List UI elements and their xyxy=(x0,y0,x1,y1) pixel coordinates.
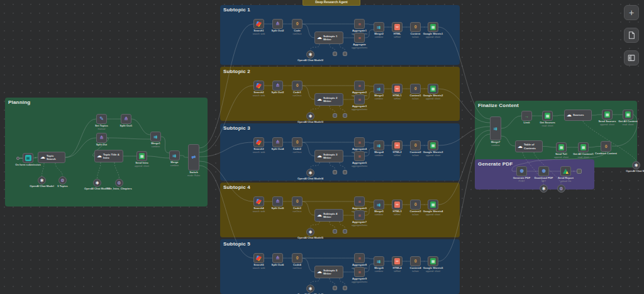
node-st1_agg2[interactable]: ≡AggregateaggregateItems xyxy=(354,33,365,43)
node-st4_t2[interactable] xyxy=(343,229,347,234)
node-g_stub[interactable] xyxy=(577,169,582,174)
node-st1_merge[interactable]: ⇉Merge2combine xyxy=(374,22,384,32)
node-st2_sheets[interactable]: ▦Google Sheets2append: sheet xyxy=(428,84,438,94)
node-st4_agg1[interactable]: ≡Aggregate6aggregateItems xyxy=(354,196,365,206)
node-p_form[interactable]: ▤On form submission xyxy=(23,153,33,163)
node-st3_writer[interactable]: ☁Subtopic 3 Writer xyxy=(314,150,343,162)
node-p_agent2[interactable]: ☁Topic Title & Intro xyxy=(94,150,123,162)
node-st4_so[interactable]: ⋔Split Out5 xyxy=(272,196,283,206)
node-st2_writer[interactable]: ☁Subtopic 2 Writer xyxy=(314,93,343,106)
node-st2_html[interactable]: <>HTML1toHtml xyxy=(392,84,402,94)
node-st1_so[interactable]: ⋔Split Out2 xyxy=(272,19,283,29)
node-p_si[interactable]: ▦Send Introappend: sheet xyxy=(136,151,147,161)
node-p_so[interactable]: ⋔Split Out xyxy=(96,133,107,143)
node-st2_so[interactable]: ⋔Split Out3 xyxy=(272,81,283,91)
node-st2_agg2[interactable]: ≡Aggregate3aggregateItems xyxy=(354,94,365,105)
node-p_c2[interactable]: ⚙5 Topics xyxy=(58,176,67,184)
node-st2_content[interactable]: {}Content1toJson xyxy=(410,84,421,94)
node-st4_model[interactable]: ∗OpenAI Chat Model5 xyxy=(306,228,314,236)
node-st3_so[interactable]: ⋔Split Out4 xyxy=(272,137,283,147)
node-st3_agg1[interactable]: ≡Aggregate4aggregateItems xyxy=(354,137,365,147)
node-st3_content[interactable]: {}Content2toJson xyxy=(410,140,421,150)
node-st3_merge[interactable]: ⇉Merge4combine xyxy=(374,140,384,150)
node-f_merge[interactable]: ⇉Merge7combine xyxy=(490,116,501,140)
node-st5_html[interactable]: <>HTML4toHtml xyxy=(392,256,402,266)
node-p_c3[interactable]: ∗OpenAI Chat Model1 xyxy=(93,179,101,187)
node-st4_search[interactable]: Search4search: web xyxy=(253,196,264,206)
node-st1_writer[interactable]: ☁Subtopic 1 Writer xyxy=(314,31,343,44)
node-st5_agg2[interactable]: ≡Aggregate9aggregateItems xyxy=(354,267,365,277)
node-p_so1[interactable]: ⋔Split Out1 xyxy=(121,114,131,124)
node-f_gs[interactable]: ▦Get Sourcesread: sheet xyxy=(542,111,553,121)
node-st4_html[interactable]: <>HTML3toHtml xyxy=(392,200,402,210)
node-st4_writer[interactable]: ☁Subtopic 4 Writer xyxy=(314,209,343,222)
node-f_toc[interactable]: ☁Table of Contents xyxy=(515,140,543,152)
node-st2_t1[interactable] xyxy=(333,113,337,118)
node-st3_html[interactable]: <>HTML2toHtml xyxy=(392,140,402,150)
node-st5_code[interactable]: {}Code4runOnce xyxy=(292,253,303,263)
node-st5_agg1[interactable]: ≡Aggregate8aggregateItems xyxy=(354,253,365,263)
node-st5_t1[interactable] xyxy=(333,286,337,290)
node-f_c1[interactable]: ∗ xyxy=(540,184,548,193)
node-st3_code[interactable]: {}Code2runOnce xyxy=(292,137,303,147)
node-st1_model[interactable]: ∗OpenAI Chat Model2 xyxy=(306,50,314,59)
node-f_c2[interactable]: ⚙ xyxy=(557,184,565,193)
node-p_dot[interactable] xyxy=(16,157,19,160)
add-node-button[interactable]: + xyxy=(624,5,639,20)
node-st5_search[interactable]: Search5search: web xyxy=(253,253,264,263)
add-sticky-note-button[interactable] xyxy=(624,28,639,43)
node-st1_agg1[interactable]: ≡Aggregate1aggregateItems xyxy=(354,19,365,29)
node-f_c3[interactable]: ∗OpenAI Chat Mo xyxy=(632,161,640,169)
node-st1_t2[interactable] xyxy=(343,52,347,56)
node-p_m1[interactable]: ⇉Merge1combine xyxy=(150,132,161,142)
node-st4_merge[interactable]: ⇉Merge5combine xyxy=(374,200,384,210)
workflow-title-tag[interactable]: Deep Research Agent xyxy=(303,0,360,6)
node-st3_agg2[interactable]: ≡Aggregate5aggregateItems xyxy=(354,151,365,161)
node-st4_sheets[interactable]: ▦Google Sheets4append: sheet xyxy=(428,200,438,210)
node-st5_model[interactable]: ∗OpenAI Chat Model6 xyxy=(306,285,314,293)
toggle-split-view-button[interactable] xyxy=(624,50,639,65)
node-f_ga[interactable]: ▦Get All Contentread: sheet xyxy=(623,110,633,120)
node-st1_html[interactable]: <>HTMLtoHtml xyxy=(392,22,402,32)
node-p_switch[interactable]: ⇌Switchmode: Rules xyxy=(188,144,199,171)
node-st1_t1[interactable] xyxy=(333,52,337,56)
node-f_stoc[interactable]: ▦Send ToCappend: sheet xyxy=(556,142,567,152)
node-p_search[interactable]: ☁Topic Search xyxy=(38,152,65,163)
node-st1_code[interactable]: {}CoderunOnce xyxy=(292,19,303,29)
node-f_limit[interactable]: →Limit xyxy=(521,111,532,121)
node-st5_content[interactable]: {}Content4toJson xyxy=(410,256,421,266)
node-st4_agg2[interactable]: ≡Aggregate7aggregateItems xyxy=(354,210,365,220)
sticky-generate-pdf[interactable]: Generate PDF xyxy=(475,159,594,189)
node-st2_model[interactable]: ∗OpenAI Chat Model3 xyxy=(306,112,314,120)
node-st3_search[interactable]: Search3search: web xyxy=(253,137,264,147)
node-st2_merge[interactable]: ⇉Merge3combine xyxy=(374,84,384,94)
node-st1_content[interactable]: {}ContenttoJson xyxy=(410,22,421,32)
node-g_pdf[interactable]: ⊕Generate PDFPOST xyxy=(516,166,527,176)
node-p_set[interactable]: ✎Set Topicsmanual xyxy=(96,114,107,124)
node-f_ga1[interactable]: ▦Get All Content1read: sheet xyxy=(578,142,589,152)
node-g_dl[interactable]: ⊕Download PDFGET xyxy=(538,166,549,176)
node-st5_writer[interactable]: ☁Subtopic 5 Writer xyxy=(314,266,343,278)
node-g_send[interactable]: Send Reportupload: file xyxy=(560,166,571,176)
node-st4_t1[interactable] xyxy=(333,229,337,234)
workflow-canvas[interactable]: Deep Research Agent + PlanningSubtopic 1… xyxy=(0,0,644,294)
node-st2_t2[interactable] xyxy=(343,113,347,118)
node-f_sources[interactable]: ☁Sources xyxy=(564,110,592,121)
node-f_comb[interactable]: {}Combine Content xyxy=(601,141,611,152)
node-st3_model[interactable]: ∗OpenAI Chat Model4 xyxy=(306,169,314,177)
node-st5_merge[interactable]: ⇉Merge6combine xyxy=(374,256,384,266)
node-st2_agg1[interactable]: ≡Aggregate2aggregateItems xyxy=(354,81,365,91)
node-st3_t1[interactable] xyxy=(333,170,337,174)
node-st4_content[interactable]: {}Content3toJson xyxy=(410,200,421,210)
node-st5_sheets[interactable]: ▦Google Sheets5append: sheet xyxy=(428,256,438,266)
node-st5_so[interactable]: ⋔Split Out6 xyxy=(272,253,283,263)
node-st3_t2[interactable] xyxy=(343,170,347,174)
node-st4_code[interactable]: {}Code3runOnce xyxy=(292,196,303,206)
node-p_c4[interactable]: ⚙Title_Intro_Chapters xyxy=(115,179,123,187)
node-p_c1[interactable]: ∗OpenAI Chat Model xyxy=(38,176,46,184)
node-st1_sheets[interactable]: ▦Google Sheets1append: sheet xyxy=(428,22,438,32)
node-st5_t2[interactable] xyxy=(343,286,347,290)
node-st2_code[interactable]: {}Code1runOnce xyxy=(292,81,303,91)
node-st2_search[interactable]: Search2search: web xyxy=(253,81,264,91)
node-st3_sheets[interactable]: ▦Google Sheets3append: sheet xyxy=(428,140,438,150)
